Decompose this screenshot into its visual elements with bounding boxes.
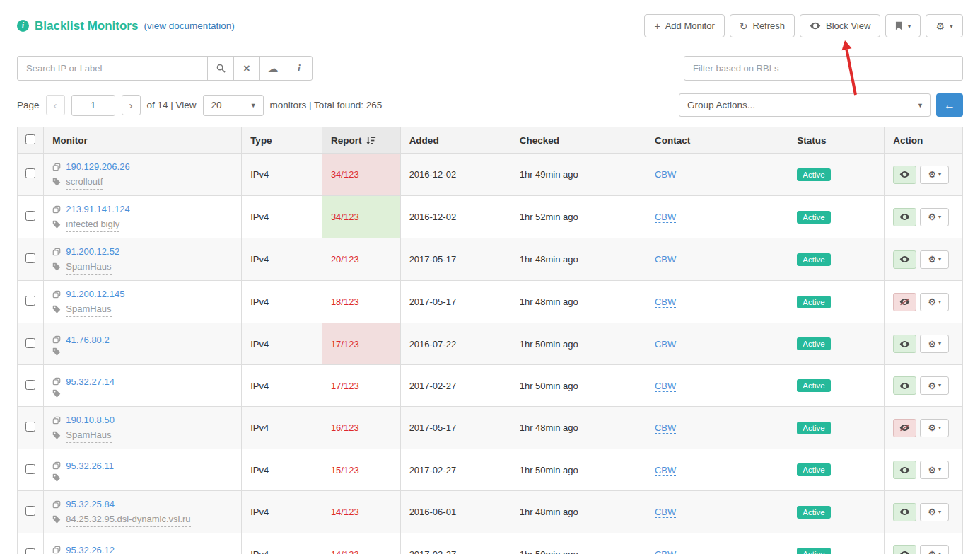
search-info-button[interactable]: i	[286, 56, 313, 81]
row-settings-button[interactable]: ⚙ ▾	[920, 166, 949, 184]
report-value[interactable]: 14/123	[331, 549, 359, 554]
copy-icon[interactable]	[52, 248, 61, 256]
row-settings-button[interactable]: ⚙ ▾	[920, 376, 949, 395]
row-checkbox[interactable]	[25, 422, 35, 432]
eye-button[interactable]	[893, 250, 916, 269]
monitor-ip-link[interactable]: 190.129.206.26	[66, 159, 129, 174]
monitor-ip-link[interactable]: 190.10.8.50	[66, 412, 115, 427]
monitor-ip-link[interactable]: 91.200.12.52	[66, 244, 119, 259]
eye-button[interactable]	[893, 208, 916, 226]
row-checkbox[interactable]	[25, 548, 35, 554]
row-settings-button[interactable]: ⚙ ▾	[920, 545, 949, 554]
column-header-type[interactable]: Type	[242, 127, 322, 154]
contact-link[interactable]: CBW	[655, 169, 676, 180]
monitor-ip-link[interactable]: 95.32.25.84	[66, 497, 115, 512]
row-settings-button[interactable]: ⚙ ▾	[920, 293, 949, 311]
report-value[interactable]: 20/123	[331, 254, 359, 265]
report-value[interactable]: 18/123	[331, 296, 359, 307]
report-value[interactable]: 16/123	[331, 422, 359, 433]
cloud-button[interactable]: ☁	[259, 56, 286, 81]
eye-button[interactable]	[893, 166, 916, 184]
page-number-input[interactable]	[71, 95, 115, 116]
add-monitor-button[interactable]: + Add Monitor	[644, 14, 724, 37]
copy-icon[interactable]	[52, 377, 61, 386]
row-settings-button[interactable]: ⚙ ▾	[920, 461, 949, 479]
contact-link[interactable]: CBW	[655, 465, 676, 476]
eye-button[interactable]	[893, 376, 916, 395]
eye-button[interactable]	[893, 461, 916, 479]
monitor-label[interactable]: scrolloutf	[66, 174, 103, 190]
report-value[interactable]: 34/123	[331, 212, 359, 222]
contact-link[interactable]: CBW	[655, 422, 676, 434]
per-page-select[interactable]: 20 ▼	[203, 95, 264, 116]
copy-icon[interactable]	[52, 546, 61, 554]
search-input[interactable]	[17, 56, 208, 81]
report-value[interactable]: 17/123	[331, 339, 359, 350]
row-checkbox[interactable]	[25, 464, 35, 474]
monitor-label[interactable]: 84.25.32.95.dsl-dynamic.vsi.ru	[66, 512, 190, 527]
copy-icon[interactable]	[52, 205, 61, 214]
settings-button[interactable]: ⚙ ▾	[926, 14, 963, 37]
monitor-ip-link[interactable]: 91.200.12.145	[66, 287, 124, 301]
report-value[interactable]: 15/123	[331, 465, 359, 475]
contact-link[interactable]: CBW	[655, 381, 676, 392]
report-value[interactable]: 34/123	[331, 169, 359, 180]
row-settings-button[interactable]: ⚙ ▾	[920, 419, 949, 437]
eye-button[interactable]	[893, 503, 916, 521]
contact-link[interactable]: CBW	[655, 254, 676, 265]
row-checkbox[interactable]	[25, 253, 35, 263]
monitor-label[interactable]: SpamHaus	[66, 301, 111, 317]
row-settings-button[interactable]: ⚙ ▾	[920, 503, 949, 521]
monitor-label[interactable]: SpamHaus	[66, 259, 111, 275]
contact-link[interactable]: CBW	[655, 549, 676, 554]
view-documentation-link[interactable]: (view documentation)	[144, 21, 234, 31]
copy-icon[interactable]	[52, 500, 61, 509]
block-view-button[interactable]: Block View	[800, 14, 880, 37]
report-value[interactable]: 14/123	[331, 507, 359, 517]
row-checkbox[interactable]	[25, 168, 35, 178]
copy-icon[interactable]	[52, 416, 61, 425]
row-settings-button[interactable]: ⚙ ▾	[920, 335, 949, 353]
row-checkbox[interactable]	[25, 296, 35, 306]
eye-button[interactable]	[893, 419, 916, 437]
row-checkbox[interactable]	[25, 506, 35, 516]
search-button[interactable]	[207, 56, 234, 81]
column-header-checked[interactable]: Checked	[511, 127, 646, 154]
refresh-button[interactable]: ↻ Refresh	[730, 14, 795, 37]
monitor-ip-link[interactable]: 95.32.27.14	[66, 374, 115, 389]
column-header-added[interactable]: Added	[400, 127, 511, 154]
monitor-ip-link[interactable]: 213.91.141.124	[66, 202, 129, 217]
monitor-ip-link[interactable]: 95.32.26.11	[66, 458, 114, 473]
previous-page-button[interactable]: ‹	[46, 95, 65, 115]
clear-search-button[interactable]: ×	[233, 56, 260, 81]
row-settings-button[interactable]: ⚙ ▾	[920, 250, 949, 269]
select-all-checkbox[interactable]	[25, 134, 35, 144]
row-checkbox[interactable]	[25, 211, 35, 221]
row-settings-button[interactable]: ⚙ ▾	[920, 208, 949, 226]
report-value[interactable]: 17/123	[331, 381, 359, 391]
row-checkbox[interactable]	[25, 338, 35, 348]
column-header-status[interactable]: Status	[788, 127, 885, 154]
eye-button[interactable]	[893, 293, 916, 311]
contact-link[interactable]: CBW	[655, 212, 676, 223]
copy-icon[interactable]	[52, 290, 61, 299]
rbl-filter-input[interactable]	[684, 56, 963, 81]
contact-link[interactable]: CBW	[655, 507, 676, 518]
monitor-label[interactable]: infected bigly	[66, 217, 119, 232]
copy-icon[interactable]	[52, 163, 61, 171]
row-checkbox[interactable]	[25, 380, 35, 390]
contact-link[interactable]: CBW	[655, 339, 676, 350]
monitor-label[interactable]: SpamHaus	[66, 427, 111, 443]
eye-button[interactable]	[893, 335, 916, 353]
copy-icon[interactable]	[52, 335, 61, 344]
monitor-ip-link[interactable]: 95.32.26.12	[66, 543, 115, 554]
column-header-report[interactable]: Report	[322, 127, 400, 154]
monitor-ip-link[interactable]: 41.76.80.2	[66, 333, 109, 347]
group-actions-select[interactable]: Group Actions... ▼	[679, 93, 931, 117]
copy-icon[interactable]	[52, 461, 61, 470]
next-page-button[interactable]: ›	[122, 95, 141, 115]
bookmark-button[interactable]: ▾	[885, 14, 921, 37]
eye-button[interactable]	[893, 545, 916, 554]
column-header-contact[interactable]: Contact	[646, 127, 788, 154]
collapse-panel-button[interactable]: ←	[936, 93, 963, 117]
